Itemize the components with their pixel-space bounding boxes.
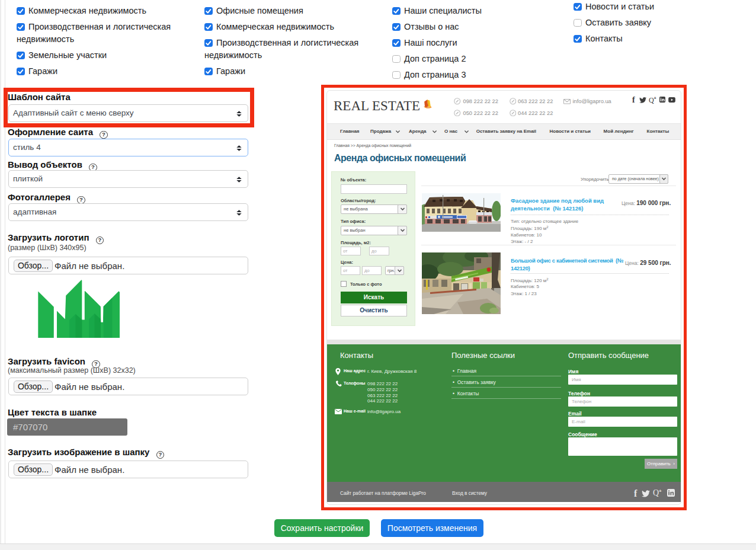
svg-text:+: + (654, 96, 656, 100)
svg-text:Q: Q (653, 488, 659, 497)
svg-text:..: .. (114, 337, 115, 339)
svg-text:Q: Q (649, 96, 654, 104)
svg-text:+: + (659, 488, 662, 494)
